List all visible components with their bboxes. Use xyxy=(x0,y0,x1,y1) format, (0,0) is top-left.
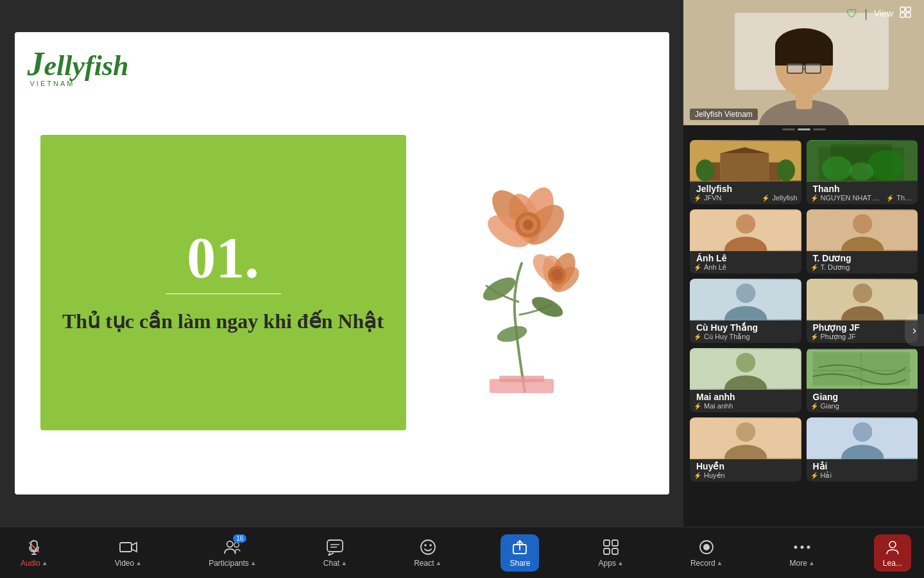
react-label: React xyxy=(414,559,434,568)
participant-name: Giang xyxy=(810,392,914,402)
mic-icon-right: ⚡ xyxy=(762,195,769,202)
participant-sub: NGUYEN NHAT CHU... xyxy=(821,194,884,202)
audio-chevron: ▲ xyxy=(42,559,48,566)
svg-point-43 xyxy=(821,156,851,180)
mic-icon: ⚡ xyxy=(810,195,818,202)
participant-card: Phượng JF ⚡ Phượng JF xyxy=(807,279,918,343)
svg-point-17 xyxy=(551,269,563,281)
svg-point-53 xyxy=(736,283,755,302)
svg-rect-3 xyxy=(906,13,911,17)
share-button[interactable]: Share xyxy=(501,534,539,572)
mic-icon: ⚡ xyxy=(810,333,818,340)
participant-name: Ánh Lê xyxy=(694,253,798,263)
resize-handle xyxy=(683,125,924,134)
chat-label-group: Chat ▲ xyxy=(323,559,347,568)
participant-sub-right: Jellyfish xyxy=(772,194,797,202)
participant-card: Jellyfish ⚡ JFVN ⚡ Jellyfish xyxy=(690,140,801,204)
logo: Jellyfish xyxy=(28,45,129,83)
logo-j: J xyxy=(28,45,44,83)
apps-button[interactable]: Apps ▲ xyxy=(591,533,631,573)
participant-card: Hải ⚡ Hải xyxy=(807,417,918,482)
next-participants-button[interactable]: › xyxy=(905,314,924,346)
record-chevron: ▲ xyxy=(717,559,723,566)
top-bar: 🛡 | View xyxy=(846,6,911,21)
mic-icon: ⚡ xyxy=(694,195,701,202)
svg-point-50 xyxy=(853,214,872,233)
svg-point-69 xyxy=(853,422,872,441)
svg-rect-34 xyxy=(720,153,769,181)
participant-card: Thanh ⚡ NGUYEN NHAT CHU... ⚡ Thanh xyxy=(807,140,918,204)
video-icon xyxy=(119,538,137,556)
mic-icon: ⚡ xyxy=(694,264,701,271)
svg-point-56 xyxy=(853,283,872,302)
flower-decoration xyxy=(406,161,644,405)
svg-point-47 xyxy=(736,214,755,233)
record-button[interactable]: Record ▲ xyxy=(683,533,731,573)
react-button[interactable]: React ▲ xyxy=(406,533,449,573)
more-label: More xyxy=(790,559,807,568)
logo-subtitle: VIETNAM xyxy=(30,80,75,87)
participants-button[interactable]: 16 Participants ▲ xyxy=(201,533,264,573)
chat-label: Chat xyxy=(323,559,339,568)
participant-name: Phượng JF xyxy=(810,322,914,333)
svg-rect-77 xyxy=(327,540,343,552)
presentation-area: Jellyfish VIETNAM 01. Thủ tục cần làm ng… xyxy=(0,0,683,527)
toolbar: Audio ▲ Video ▲ xyxy=(0,527,924,578)
participants-badge: 16 xyxy=(233,534,246,543)
slide-container: Jellyfish VIETNAM 01. Thủ tục cần làm ng… xyxy=(15,32,669,495)
mic-icon: ⚡ xyxy=(810,403,818,410)
share-label-group: Share xyxy=(509,559,530,568)
svg-point-81 xyxy=(424,544,427,547)
participant-sub: Phượng JF xyxy=(821,333,856,341)
camera-label: Jellyfish Vietnam xyxy=(690,109,758,120)
chat-chevron: ▲ xyxy=(341,559,347,566)
participants-section: Jellyfish ⚡ JFVN ⚡ Jellyfish xyxy=(683,134,924,527)
svg-point-38 xyxy=(696,159,714,181)
svg-rect-86 xyxy=(604,548,610,554)
svg-rect-0 xyxy=(900,7,905,12)
divider: | xyxy=(864,7,868,21)
audio-icon xyxy=(25,538,43,556)
mic-icon: ⚡ xyxy=(810,264,818,271)
participant-name: Cù Huy Thắng xyxy=(694,322,798,333)
view-button[interactable]: View xyxy=(874,8,893,19)
svg-point-66 xyxy=(736,422,755,441)
video-button[interactable]: Video ▲ xyxy=(107,533,150,573)
participants-label-group: Participants ▲ xyxy=(209,559,257,568)
more-button[interactable]: More ▲ xyxy=(782,533,823,573)
participant-name: Huyền xyxy=(694,461,798,471)
share-icon xyxy=(511,538,529,556)
mic-icon: ⚡ xyxy=(694,403,701,410)
svg-point-59 xyxy=(736,353,755,372)
svg-rect-32 xyxy=(796,93,812,109)
svg-rect-85 xyxy=(612,540,618,546)
react-chevron: ▲ xyxy=(435,559,441,566)
participant-sub: Huyền xyxy=(704,471,725,480)
mic-icon: ⚡ xyxy=(694,333,701,340)
slide-divider xyxy=(166,293,281,294)
audio-button[interactable]: Audio ▲ xyxy=(13,533,56,573)
participant-name: Hải xyxy=(810,461,914,471)
participant-sub: Hải xyxy=(821,471,832,480)
participant-name: T. Dương xyxy=(810,253,914,263)
video-label: Video xyxy=(115,559,134,568)
app-container: 🛡 | View Jellyfish VIETNAM xyxy=(0,0,924,578)
react-icon xyxy=(419,538,437,556)
participants-grid: Jellyfish ⚡ JFVN ⚡ Jellyfish xyxy=(683,134,924,488)
leave-button[interactable]: Lea... xyxy=(874,534,911,572)
participants-icon: 16 xyxy=(223,538,241,556)
svg-rect-1 xyxy=(906,7,911,12)
svg-rect-84 xyxy=(604,540,610,546)
slide-content: 01. Thủ tục cần làm ngay khi đến Nhật xyxy=(15,32,669,495)
svg-point-76 xyxy=(234,542,239,547)
logo-ellyfish: ellyfish xyxy=(44,49,129,82)
svg-rect-22 xyxy=(499,376,544,382)
mic-icon-right: ⚡ xyxy=(886,195,894,202)
svg-point-39 xyxy=(777,159,795,181)
svg-rect-87 xyxy=(612,548,618,554)
chat-button[interactable]: Chat ▲ xyxy=(316,533,355,573)
participant-sub: T. Dương xyxy=(821,263,850,272)
participant-card: Cù Huy Thắng ⚡ Cù Huy Thắng xyxy=(690,279,801,343)
more-label-group: More ▲ xyxy=(790,559,815,568)
svg-point-89 xyxy=(703,544,710,550)
